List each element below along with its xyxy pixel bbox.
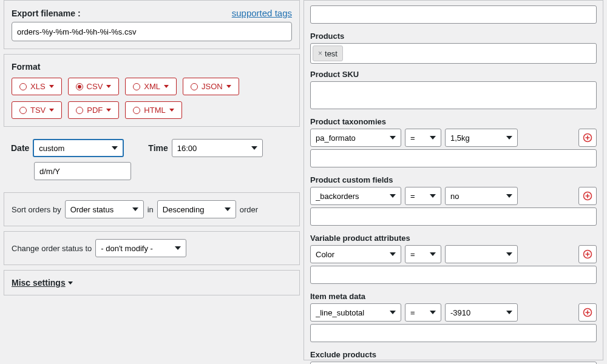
format-xls-button[interactable]: XLS [12, 78, 62, 95]
exclude-products-tagbox[interactable] [310, 362, 597, 364]
format-tsv-button[interactable]: TSV [12, 101, 62, 119]
add-varattr-button[interactable] [578, 245, 597, 263]
customfield-extra-textarea[interactable] [310, 207, 597, 226]
supported-tags-link[interactable]: supported tags [232, 8, 292, 18]
itemmeta-op-select[interactable]: = [405, 303, 441, 322]
taxonomy-extra-textarea[interactable] [310, 149, 597, 167]
varattr-op-select[interactable]: = [405, 245, 441, 263]
radio-icon [133, 83, 140, 90]
format-option-label: JSON [202, 82, 223, 91]
top-textarea[interactable] [310, 5, 597, 24]
format-option-label: PDF [87, 106, 103, 115]
format-pdf-button[interactable]: PDF [68, 101, 119, 119]
plus-icon [583, 191, 592, 201]
time-label: Time [148, 143, 168, 153]
misc-settings-toggle[interactable]: Misc settings [12, 278, 73, 288]
export-filename-input[interactable] [12, 22, 292, 41]
variable-attr-label: Variable product attributes [310, 234, 597, 243]
product-tag: × test [313, 46, 343, 61]
format-option-label: TSV [30, 106, 46, 115]
varattr-extra-textarea[interactable] [310, 266, 597, 284]
add-customfield-button[interactable] [578, 187, 597, 205]
add-itemmeta-button[interactable] [578, 303, 597, 322]
radio-icon [76, 107, 83, 114]
radio-icon [19, 107, 27, 114]
itemmeta-value-select[interactable]: -3910 [445, 303, 518, 322]
itemmeta-field-select[interactable]: _line_subtotal [310, 303, 401, 322]
radio-icon [191, 83, 198, 90]
format-option-label: CSV [87, 82, 103, 91]
caret-down-icon [49, 85, 54, 88]
sort-suffix: order [240, 205, 258, 214]
products-tagbox[interactable]: × test [310, 43, 597, 64]
caret-down-icon [106, 109, 111, 112]
item-meta-label: Item meta data [310, 292, 597, 301]
radio-icon [76, 83, 83, 90]
varattr-field-select[interactable]: Color [310, 245, 401, 263]
sort-label: Sort orders by [12, 205, 61, 214]
remove-tag-icon[interactable]: × [318, 49, 322, 58]
caret-down-icon [49, 109, 54, 112]
sort-field-select[interactable]: Order status [65, 200, 144, 218]
date-mode-select[interactable]: custom [33, 139, 124, 157]
exclude-products-label: Exclude products [310, 350, 597, 359]
format-label: Format [12, 62, 40, 72]
change-status-select[interactable]: - don't modify - [95, 239, 186, 257]
change-status-label: Change order status to [12, 244, 92, 253]
time-select[interactable]: 16:00 [172, 139, 263, 157]
taxonomy-op-select[interactable]: = [405, 129, 441, 147]
plus-icon [583, 133, 592, 143]
format-option-label: HTML [144, 106, 165, 115]
products-label: Products [310, 32, 597, 41]
radio-icon [133, 107, 140, 114]
format-csv-button[interactable]: CSV [68, 78, 120, 95]
format-xml-button[interactable]: XML [125, 78, 177, 95]
caret-down-icon [169, 109, 174, 112]
caret-down-icon [68, 281, 73, 285]
product-sku-textarea[interactable] [310, 81, 597, 109]
customfield-field-select[interactable]: _backorders [310, 187, 401, 205]
taxonomy-value-select[interactable]: 1,5kg [445, 129, 518, 147]
customfield-value-select[interactable]: no [445, 187, 518, 205]
itemmeta-extra-textarea[interactable] [310, 324, 597, 342]
caret-down-icon [164, 85, 169, 88]
sort-direction-select[interactable]: Descending [157, 200, 236, 218]
date-label: Date [11, 143, 29, 153]
product-sku-label: Product SKU [310, 70, 597, 79]
format-json-button[interactable]: JSON [183, 78, 239, 95]
customfield-op-select[interactable]: = [405, 187, 441, 205]
add-taxonomy-button[interactable] [578, 129, 597, 147]
format-option-label: XLS [30, 82, 46, 91]
plus-icon [583, 308, 592, 317]
radio-icon [19, 83, 27, 90]
format-html-button[interactable]: HTML [125, 101, 181, 119]
sort-in-text: in [148, 205, 154, 214]
custom-fields-label: Product custom fields [310, 175, 597, 184]
export-filename-label: Export filename : [12, 8, 81, 18]
taxonomy-field-select[interactable]: pa_formato [310, 129, 401, 147]
caret-down-icon [226, 85, 231, 88]
date-format-input[interactable] [34, 162, 131, 180]
product-taxonomies-label: Product taxonomies [310, 117, 597, 126]
format-option-label: XML [144, 82, 160, 91]
plus-icon [583, 249, 592, 259]
varattr-value-select[interactable] [445, 245, 518, 263]
caret-down-icon [106, 85, 111, 88]
